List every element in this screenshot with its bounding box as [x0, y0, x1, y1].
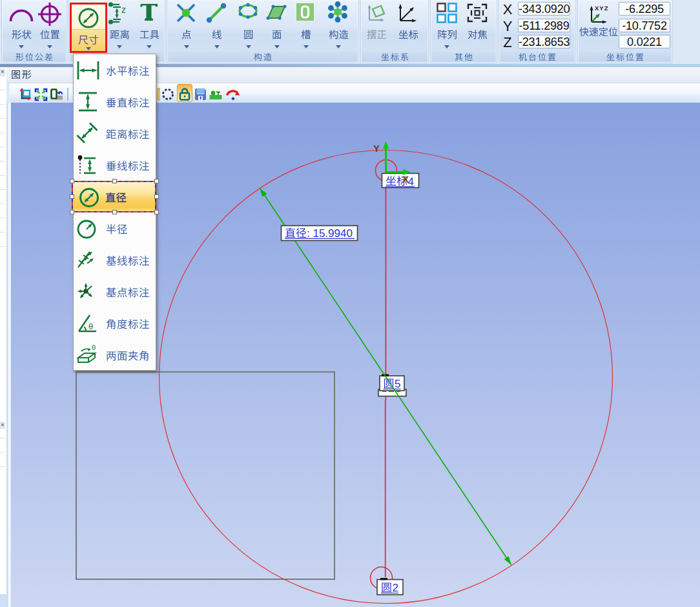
svg-text:θ: θ — [88, 322, 93, 331]
svg-text:XYZ: XYZ — [595, 5, 608, 12]
svg-text:θ: θ — [92, 344, 96, 351]
